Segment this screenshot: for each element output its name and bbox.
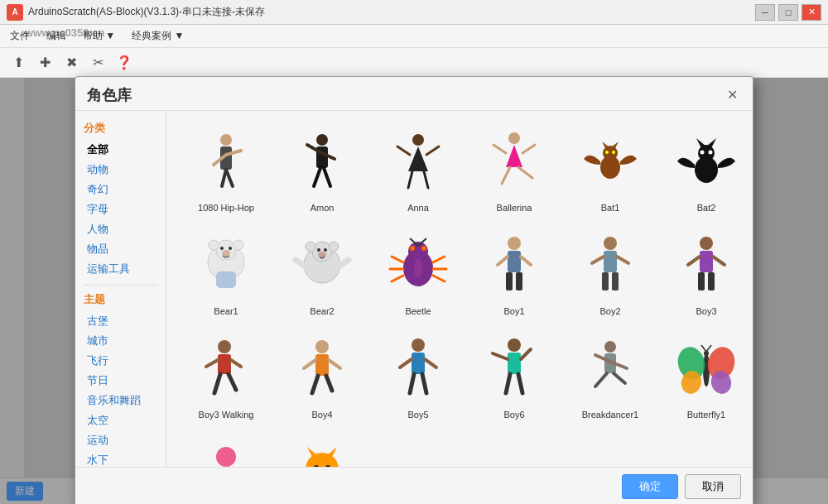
sprite-bat1-label: Bat1: [601, 203, 620, 213]
sprite-boy4[interactable]: Boy4: [276, 328, 368, 425]
sprite-breakdancer1[interactable]: Breakdancer1: [564, 328, 657, 425]
menu-file[interactable]: 文件: [7, 27, 33, 45]
svg-point-0: [220, 134, 232, 146]
sprite-breakdancer1-img: [569, 333, 652, 407]
confirm-button[interactable]: 确定: [622, 474, 678, 499]
sprite-1080hiphop-img: [185, 126, 267, 200]
svg-point-47: [329, 242, 339, 252]
sidebar-item-fly[interactable]: 飞行: [84, 352, 157, 370]
toolbar-btn-5[interactable]: ❓: [113, 51, 136, 74]
sprite-bear1[interactable]: Bear1: [180, 224, 272, 321]
svg-line-69: [521, 257, 531, 265]
sprite-beetle[interactable]: Beetle: [372, 224, 465, 321]
sidebar-item-animal[interactable]: 动物: [84, 161, 157, 179]
sprite-boy3-label: Boy3: [696, 306, 716, 316]
sprite-boy3[interactable]: Boy3: [660, 224, 753, 321]
close-button[interactable]: ✕: [802, 4, 821, 21]
sidebar-item-castle[interactable]: 古堡: [84, 312, 157, 330]
toolbar-btn-4[interactable]: ✂: [86, 51, 109, 74]
sidebar-item-holiday[interactable]: 节日: [84, 372, 157, 390]
sprite-boy2[interactable]: Boy2: [564, 224, 657, 321]
svg-marker-27: [610, 142, 619, 150]
sprite-ballerina[interactable]: Ballerina: [468, 121, 561, 218]
svg-point-48: [318, 252, 326, 258]
sidebar-item-all-cat[interactable]: 全部: [84, 141, 157, 159]
dialog-sidebar: 分类 全部 动物 奇幻 字母 人物 物品 运输工具 主题 古堡 城市 飞行 节日…: [75, 111, 166, 467]
svg-line-62: [433, 257, 445, 262]
toolbar-btn-3[interactable]: ✖: [60, 51, 83, 74]
menu-bar: 文件 编辑 帮助 ▼ 经典案例 ▼: [0, 25, 828, 48]
sprite-1080hiphop[interactable]: 1080 Hip-Hop: [180, 121, 272, 218]
sprite-boy6[interactable]: Boy6: [468, 328, 561, 425]
sidebar-item-music-dance[interactable]: 音乐和舞蹈: [84, 391, 157, 410]
sidebar-item-letter[interactable]: 字母: [84, 200, 157, 218]
sprite-bat1[interactable]: Bat1: [564, 121, 657, 218]
sprite-anna-label: Anna: [407, 203, 429, 213]
maximize-button[interactable]: □: [778, 4, 798, 21]
dialog-footer: 确定 取消: [75, 467, 753, 505]
svg-line-16: [408, 171, 412, 188]
sidebar-item-item[interactable]: 物品: [84, 240, 157, 258]
svg-point-50: [324, 248, 327, 252]
sprite-bat2[interactable]: Bat2: [660, 121, 753, 218]
dialog-body: 分类 全部 动物 奇幻 字母 人物 物品 运输工具 主题 古堡 城市 飞行 节日…: [75, 111, 753, 467]
svg-point-12: [412, 134, 424, 146]
svg-line-106: [506, 374, 510, 393]
svg-line-14: [397, 146, 410, 155]
sidebar-item-sport[interactable]: 运动: [84, 431, 157, 449]
svg-line-20: [493, 145, 506, 153]
dialog-title: 角色库: [87, 85, 132, 105]
svg-line-22: [502, 167, 510, 184]
menu-help[interactable]: 帮助 ▼: [79, 27, 118, 45]
sprite-butterfly1[interactable]: Butterfly1: [660, 328, 753, 425]
svg-point-55: [410, 246, 415, 251]
sprite-ballerina-label: Ballerina: [497, 203, 532, 213]
sidebar-divider-1: [84, 285, 157, 286]
svg-rect-91: [315, 354, 329, 376]
sprite-boy5[interactable]: Boy5: [372, 328, 465, 425]
sprite-cat1[interactable]: Cat1: [276, 431, 368, 467]
toolbar: ⬆ ✚ ✖ ✂ ❓: [0, 48, 828, 78]
svg-line-15: [426, 146, 439, 155]
dialog-close-button[interactable]: ✕: [723, 86, 741, 104]
main-area: 角色库 ✕ 分类 全部 动物 奇幻 字母 人物 物品 运输工具 主题 古堡: [0, 78, 828, 504]
svg-line-61: [392, 276, 403, 281]
sprite-cassy-img: [185, 436, 267, 467]
svg-point-72: [604, 237, 617, 250]
svg-rect-67: [508, 251, 521, 272]
sidebar-item-underwater[interactable]: 水下: [84, 451, 157, 467]
cancel-button[interactable]: 取消: [685, 474, 741, 499]
sidebar-item-transport[interactable]: 运输工具: [84, 260, 157, 278]
svg-line-10: [314, 168, 320, 186]
minimize-button[interactable]: ─: [755, 4, 775, 21]
sprite-anna[interactable]: Anna: [372, 121, 465, 218]
sprite-amon[interactable]: Amon: [276, 121, 368, 218]
sprite-cat1-img: [281, 436, 363, 467]
svg-line-121: [706, 345, 711, 352]
sprite-boy1[interactable]: Boy1: [468, 224, 561, 321]
sprite-boy3walking[interactable]: Boy3 Walking: [180, 328, 272, 425]
svg-line-87: [231, 360, 241, 367]
svg-point-66: [508, 237, 521, 250]
sidebar-item-city[interactable]: 城市: [84, 332, 157, 350]
menu-classic[interactable]: 经典案例 ▼: [128, 27, 187, 45]
sidebar-item-space[interactable]: 太空: [84, 411, 157, 430]
svg-point-34: [700, 150, 705, 154]
sprite-boy5-img: [377, 333, 460, 407]
toolbar-btn-2[interactable]: ✚: [33, 51, 56, 74]
toolbar-btn-1[interactable]: ⬆: [7, 51, 30, 74]
sprite-boy4-img: [281, 333, 363, 407]
menu-edit[interactable]: 编辑: [43, 27, 70, 45]
svg-line-17: [424, 171, 428, 188]
svg-point-122: [216, 447, 236, 467]
svg-point-84: [218, 340, 231, 353]
svg-rect-71: [516, 272, 522, 290]
sidebar-item-fantasy[interactable]: 奇幻: [84, 180, 157, 199]
sprite-bear2[interactable]: Bear2: [276, 224, 368, 321]
sidebar-item-person[interactable]: 人物: [84, 220, 157, 238]
svg-point-96: [412, 338, 425, 352]
sprite-cassy[interactable]: Cassy: [180, 431, 272, 467]
sprite-library-dialog: 角色库 ✕ 分类 全部 动物 奇幻 字母 人物 物品 运输工具 主题 古堡: [75, 76, 753, 505]
svg-line-11: [324, 168, 330, 186]
svg-line-86: [206, 360, 218, 367]
